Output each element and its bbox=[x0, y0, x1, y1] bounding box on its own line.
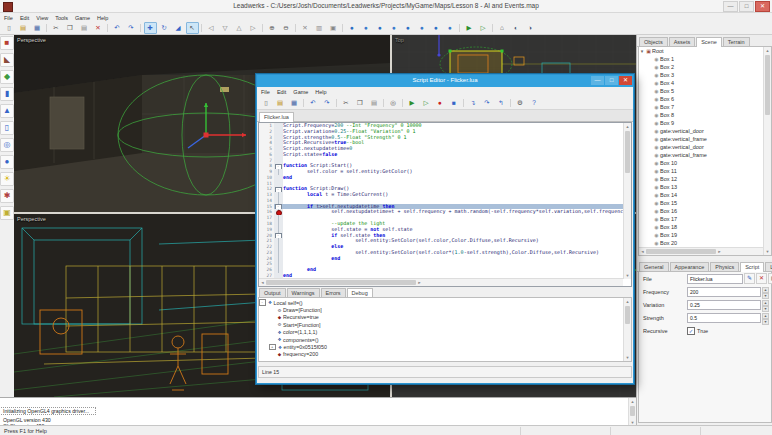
scroll-up-icon[interactable]: ▲ bbox=[764, 47, 771, 54]
show-decals-icon[interactable]: ● bbox=[430, 22, 443, 34]
tab-general[interactable]: General bbox=[639, 262, 669, 271]
se-maximize-button[interactable]: □ bbox=[605, 76, 618, 85]
step-into-icon[interactable]: ↴ bbox=[467, 97, 480, 109]
open-icon[interactable]: ▤ bbox=[274, 97, 287, 109]
main-titlebar[interactable]: Leadwerks - C:/Users/Josh/Documents/Lead… bbox=[0, 0, 772, 13]
scroll-up-icon[interactable]: ▲ bbox=[624, 298, 631, 305]
script-editor-titlebar[interactable]: Script Editor - Flicker.lua — □ ✕ bbox=[257, 75, 633, 87]
save-icon[interactable]: ▦ bbox=[31, 22, 44, 34]
new-file-icon[interactable]: ▯ bbox=[3, 22, 16, 34]
close-button[interactable]: ✕ bbox=[755, 1, 770, 12]
paste-icon[interactable]: ▤ bbox=[368, 97, 381, 109]
torus-primitive-icon[interactable]: ◎ bbox=[0, 138, 14, 152]
debug-item[interactable]: ◆frequency=200 bbox=[259, 351, 631, 358]
show-cameras-icon[interactable]: ● bbox=[374, 22, 387, 34]
value-spinner[interactable]: ▲▼ bbox=[762, 313, 769, 322]
browse-file-icon[interactable]: ▦ bbox=[768, 273, 772, 284]
tab-terrain[interactable]: Terrain bbox=[723, 37, 750, 46]
scene-tree-item[interactable]: ◉Box 19 bbox=[639, 231, 771, 239]
scene-tree-item[interactable]: ◉Box 12 bbox=[639, 175, 771, 183]
menu-help[interactable]: Help bbox=[97, 15, 108, 21]
scene-tree-root[interactable]: ▾▣Root bbox=[639, 47, 771, 55]
step-out-icon[interactable]: ↰ bbox=[495, 97, 508, 109]
edit-script-icon[interactable]: ✎ bbox=[744, 273, 755, 284]
collapse-icon[interactable]: - bbox=[259, 299, 266, 306]
menu-tools[interactable]: Tools bbox=[55, 15, 68, 21]
scroll-down-icon[interactable]: ▼ bbox=[624, 354, 631, 361]
scroll-down-icon[interactable]: ▼ bbox=[764, 248, 771, 255]
show-objects-icon[interactable]: ● bbox=[346, 22, 359, 34]
translate-tool-icon[interactable]: ✚ bbox=[144, 22, 157, 34]
scene-tree-item[interactable]: ◉Box 20 bbox=[639, 239, 771, 247]
debug-item[interactable]: +❖entity=0x0515f050 bbox=[259, 343, 631, 350]
scene-tree-item[interactable]: ◉Box 15 bbox=[639, 199, 771, 207]
scene-tree-item[interactable]: ◉Box 6 bbox=[639, 95, 771, 103]
value-spinner[interactable]: ▲▼ bbox=[762, 287, 769, 296]
home-icon[interactable]: ⌂ bbox=[496, 22, 509, 34]
scroll-left-icon[interactable]: ◄ bbox=[639, 249, 646, 254]
plane-primitive-icon[interactable]: ◆ bbox=[0, 70, 14, 84]
breakpoint-icon[interactable]: ● bbox=[434, 97, 447, 109]
show-emitters-icon[interactable]: ● bbox=[388, 22, 401, 34]
emitter-icon[interactable]: ✱ bbox=[0, 189, 14, 203]
decal-icon[interactable]: ▣ bbox=[0, 206, 14, 220]
console-panel[interactable]: Initializing OpenGL4 graphics driver...O… bbox=[0, 397, 636, 426]
cut-icon[interactable]: ✂ bbox=[340, 97, 353, 109]
run-game-icon[interactable]: ▶ bbox=[463, 22, 476, 34]
scene-tree-hscrollbar[interactable]: ◄ ► bbox=[639, 247, 763, 255]
tab-scene[interactable]: Scene bbox=[696, 37, 722, 47]
se-menu-edit[interactable]: Edit bbox=[277, 89, 286, 95]
se-close-button[interactable]: ✕ bbox=[619, 76, 632, 85]
code-editor[interactable]: 1Script.Frequency=200 --Int "Frequency" … bbox=[258, 122, 632, 287]
hollow-icon[interactable]: ▥ bbox=[313, 22, 326, 34]
show-probes-icon[interactable]: ● bbox=[416, 22, 429, 34]
debug-item[interactable]: ◆Recursive=true bbox=[259, 314, 631, 321]
cone-primitive-icon[interactable]: ▲ bbox=[0, 104, 14, 118]
se-menu-file[interactable]: File bbox=[261, 89, 270, 95]
tab-appearance[interactable]: Appearance bbox=[670, 262, 710, 271]
se-menu-game[interactable]: Game bbox=[293, 89, 308, 95]
scroll-right-icon[interactable]: ► bbox=[416, 280, 423, 285]
open-icon[interactable]: ▤ bbox=[17, 22, 30, 34]
tab-warnings[interactable]: Warnings bbox=[287, 288, 320, 297]
select-tool-icon[interactable]: ↖ bbox=[186, 22, 199, 34]
scene-tree-item[interactable]: ◉gate:vertical_door bbox=[639, 143, 771, 151]
scene-tree-item[interactable]: ◉Box 7 bbox=[639, 103, 771, 111]
scroll-up-icon[interactable]: ▲ bbox=[624, 123, 631, 130]
scene-tree-item[interactable]: ◉Box 17 bbox=[639, 215, 771, 223]
spin-down-icon[interactable]: ▼ bbox=[762, 306, 769, 312]
nudge-right-icon[interactable]: ▷ bbox=[247, 22, 260, 34]
script-editor-window[interactable]: Script Editor - Flicker.lua — □ ✕ File E… bbox=[256, 74, 634, 384]
show-sounds-icon[interactable]: ● bbox=[402, 22, 415, 34]
scene-tree-item[interactable]: ◉Box 4 bbox=[639, 79, 771, 87]
scene-tree-item[interactable]: ◉Box 1 bbox=[639, 55, 771, 63]
tab-physics[interactable]: Physics bbox=[710, 262, 739, 271]
recursive-checkbox[interactable]: ✓ bbox=[687, 327, 695, 335]
scene-tree-item[interactable]: ◉Box 10 bbox=[639, 159, 771, 167]
tab-light[interactable]: Light bbox=[765, 262, 772, 271]
rotate-tool-icon[interactable]: ↻ bbox=[158, 22, 171, 34]
redo-icon[interactable]: ↷ bbox=[125, 22, 138, 34]
clear-script-icon[interactable]: ✕ bbox=[756, 273, 767, 284]
debug-watch-panel[interactable]: -❖Local self=()⚙Draw=[Function]◆Recursiv… bbox=[258, 297, 632, 362]
tab-errors[interactable]: Errors bbox=[321, 288, 346, 297]
scene-tree[interactable]: ▾▣Root◉Box 1◉Box 2◉Box 3◉Box 4◉Box 5◉Box… bbox=[638, 47, 772, 256]
menu-view[interactable]: View bbox=[36, 15, 48, 21]
show-nav-icon[interactable]: ● bbox=[444, 22, 457, 34]
tab-output[interactable]: Output bbox=[259, 288, 286, 297]
run-icon[interactable]: ▶ bbox=[406, 97, 419, 109]
minimize-button[interactable]: — bbox=[723, 1, 738, 12]
debug-root[interactable]: -❖Local self=() bbox=[259, 299, 631, 306]
scene-tree-item[interactable]: ◉Box 9 bbox=[639, 119, 771, 127]
scroll-up-icon[interactable]: ▲ bbox=[629, 398, 636, 405]
maximize-button[interactable]: □ bbox=[739, 1, 754, 12]
scene-tree-item[interactable]: ◉Box 5 bbox=[639, 87, 771, 95]
copy-icon[interactable]: ❐ bbox=[64, 22, 77, 34]
copy-icon[interactable]: ❐ bbox=[354, 97, 367, 109]
sphere-primitive-icon[interactable]: ● bbox=[0, 155, 14, 169]
nudge-left-icon[interactable]: ◁ bbox=[205, 22, 218, 34]
scene-tree-item[interactable]: ◉Box 11 bbox=[639, 167, 771, 175]
group-icon[interactable]: ▣ bbox=[327, 22, 340, 34]
help-icon[interactable]: ? bbox=[528, 97, 541, 109]
scene-tree-item[interactable]: ◉Box 3 bbox=[639, 71, 771, 79]
